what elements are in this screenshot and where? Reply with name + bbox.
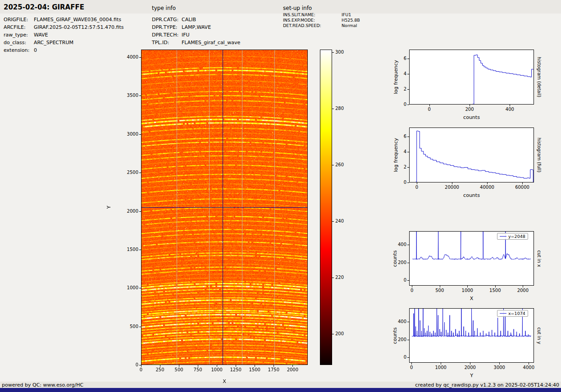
meta-row: extension:0 <box>4 46 124 54</box>
x-tick-label: 2000 <box>281 367 304 372</box>
legend-label: x=1074 <box>508 311 525 316</box>
y-tick-mark <box>139 96 141 96</box>
y-tick-mark <box>139 173 141 173</box>
y-axis-label: Y <box>106 206 112 209</box>
meta-value: Normal <box>342 23 357 28</box>
x-tick-mark <box>523 286 523 287</box>
type-info-heading: type info <box>152 5 176 11</box>
x-axis-label: Y <box>409 373 534 378</box>
x-tick-label: 40000 <box>476 185 498 190</box>
x-axis-label: X <box>141 378 308 384</box>
file-info-block: ORIGFILE:FLAMES_GIRAF_WAVE036_0004.fitsA… <box>4 16 124 54</box>
y-tick-label: 1500 <box>119 247 138 252</box>
y-tick-mark <box>407 357 409 358</box>
colorbar-tick-label: 240 <box>335 219 344 223</box>
x-tick-label: 1000 <box>429 365 452 370</box>
colorbar-tick-label: 260 <box>335 162 344 167</box>
y-tick-mark <box>139 288 141 288</box>
y-tick-label: 500 <box>119 324 138 329</box>
y-tick-label: 0 <box>387 278 406 283</box>
histogram_detail-line <box>473 55 533 104</box>
y-axis-label: log frequency <box>393 60 399 94</box>
meta-label: ARCFILE: <box>4 23 34 31</box>
header-bar: 2025-02-04: GIRAFFE type info set-up inf… <box>0 0 561 14</box>
colorbar <box>320 50 332 365</box>
plot-right-label: cut in x <box>537 250 542 267</box>
qc-report-page: 2025-02-04: GIRAFFE type info set-up inf… <box>0 0 561 392</box>
x-axis-label: X <box>409 296 534 301</box>
y-tick-label: 400 <box>387 319 406 324</box>
x-tick-mark <box>452 182 452 184</box>
x-tick-mark <box>487 182 488 184</box>
report-title: 2025-02-04: GIRAFFE <box>4 3 84 11</box>
x-tick-label: 400 <box>498 107 521 112</box>
histogram-full-plot <box>409 128 534 182</box>
meta-row: INS.SLIT.NAME:IFU1 <box>283 12 360 18</box>
legend-line-sample <box>500 313 506 314</box>
colorbar-tick-mark <box>332 109 334 109</box>
x-tick-label: 200 <box>458 107 481 112</box>
meta-label: INS.SLIT.NAME: <box>283 12 342 18</box>
x-tick-mark <box>411 363 412 365</box>
y-tick-mark <box>407 137 409 137</box>
meta-row: DPR.CATG:CALIB <box>152 16 240 23</box>
x-axis-label: counts <box>409 192 534 198</box>
y-axis-label: counts <box>392 250 398 267</box>
y-tick-label: 1000 <box>119 285 138 290</box>
x-tick-label: 500 <box>429 288 451 293</box>
y-tick-mark <box>407 245 409 245</box>
y-tick-mark <box>407 280 409 281</box>
meta-value: IFU <box>182 31 190 39</box>
y-tick-label: 2000 <box>119 209 138 214</box>
x-tick-mark <box>179 365 179 367</box>
meta-label: DPR.CATG: <box>152 16 182 23</box>
x-tick-label: 1500 <box>484 288 506 293</box>
y-tick-label: 2500 <box>119 170 138 175</box>
y-tick-mark <box>139 250 141 250</box>
meta-label: DPR.TYPE: <box>152 23 182 31</box>
y-tick-label: 0 <box>387 180 406 185</box>
setup-info-heading: set-up info <box>283 5 312 11</box>
y-tick-label: 4000 <box>119 55 138 59</box>
x-tick-label: 3000 <box>488 365 511 370</box>
meta-value: FLAMES_GIRAF_WAVE036_0004.fits <box>34 16 121 23</box>
y-tick-mark <box>139 365 141 365</box>
colorbar-tick-mark <box>332 334 334 334</box>
x-tick-mark <box>292 365 293 367</box>
plot-legend: x=1074 <box>497 310 528 317</box>
meta-value: CALIB <box>182 16 196 23</box>
meta-label: DET.READ.SPEED: <box>283 23 342 28</box>
legend-label: y=2048 <box>508 234 525 239</box>
meta-row: ARCFILE:GIRAF.2025-02-05T12:57:51.470.fi… <box>4 23 124 31</box>
x-tick-label: 0 <box>406 185 428 190</box>
meta-row: raw_type:WAVE <box>4 31 124 39</box>
y-tick-mark <box>407 59 409 59</box>
y-tick-mark <box>139 211 141 212</box>
meta-value: H525.8B <box>342 18 360 23</box>
x-tick-mark <box>440 286 440 287</box>
y-axis-label: log frequency <box>393 138 399 172</box>
meta-row: TPL.ID:FLAMES_giraf_cal_wave <box>152 39 240 46</box>
meta-row: ORIGFILE:FLAMES_GIRAF_WAVE036_0004.fits <box>4 16 124 23</box>
x-tick-mark <box>470 105 470 106</box>
x-tick-label: 20000 <box>441 185 463 190</box>
y-tick-mark <box>407 152 409 152</box>
meta-value: WAVE <box>34 31 48 39</box>
y-tick-mark <box>407 182 409 183</box>
meta-label: TPL.ID: <box>152 39 182 46</box>
meta-row: do_class:ARC_SPECTRUM <box>4 39 124 46</box>
meta-row: INS.EXP.MODE:H525.8B <box>283 18 360 23</box>
x-tick-mark <box>495 286 496 287</box>
x-tick-mark <box>255 365 255 367</box>
y-tick-label: 0 <box>119 362 138 367</box>
histogram-detail-plot <box>409 50 534 105</box>
colorbar-tick-mark <box>332 278 334 278</box>
colorbar-tick-mark <box>332 221 334 222</box>
colorbar-tick-label: 280 <box>335 106 344 111</box>
y-tick-mark <box>407 263 409 263</box>
footer-accent-bar <box>0 388 561 392</box>
meta-value: FLAMES_giraf_cal_wave <box>182 39 240 46</box>
y-axis-label: counts <box>392 327 398 344</box>
y-tick-mark <box>139 134 141 135</box>
colorbar-tick-mark <box>332 165 334 165</box>
